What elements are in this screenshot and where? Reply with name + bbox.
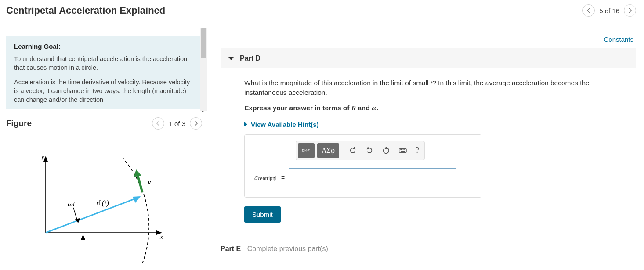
reset-icon	[382, 147, 390, 155]
part-e-message: Complete previous part(s)	[247, 245, 328, 252]
submit-button[interactable]: Submit	[244, 206, 281, 223]
svg-rect-21	[401, 149, 402, 150]
chevron-left-icon	[156, 121, 161, 126]
learning-goal-p2: Acceleration is the time derivative of v…	[14, 78, 194, 104]
undo-button[interactable]	[345, 143, 360, 158]
left-column: ▴ ▾ Learning Goal: To understand that ce…	[0, 23, 207, 269]
question-prefix: What is the magnitude of this accelerati…	[244, 79, 431, 86]
next-page-button[interactable]	[624, 4, 636, 17]
template-button[interactable]: x □ √	[298, 143, 315, 158]
answer-input[interactable]	[289, 168, 456, 187]
instr-end: .	[377, 104, 379, 112]
equals-sign: =	[281, 174, 285, 181]
keyboard-button[interactable]	[395, 143, 410, 158]
svg-rect-25	[405, 149, 406, 150]
instr-prefix: Express your answer in terms of	[244, 104, 351, 112]
svg-text:√: √	[307, 149, 308, 152]
axis-y-label: y	[40, 154, 44, 160]
r-vector-label: r⃗(t)	[96, 199, 109, 207]
part-d-header[interactable]: Part D	[221, 48, 636, 68]
page-title: Centripetal Acceleration Explained	[6, 5, 165, 16]
question-text: What is the magnitude of this accelerati…	[244, 78, 616, 98]
svg-marker-7	[134, 169, 141, 177]
diagram-svg: y x r⃗(t) v ωt	[28, 154, 164, 263]
axis-x-label: x	[159, 233, 163, 240]
learning-goal-p1: To understand that centripetal accelerat…	[14, 54, 194, 72]
answer-line: acentripηl =	[252, 168, 474, 187]
template-icon: x □ √	[302, 147, 310, 155]
constants-link-row: Constants	[221, 23, 636, 47]
svg-rect-24	[404, 149, 405, 150]
constants-link[interactable]: Constants	[604, 36, 633, 43]
scroll-thumb[interactable]	[201, 28, 206, 58]
page-header: Centripetal Acceleration Explained 5 of …	[0, 0, 644, 23]
right-column: Constants Part D What is the magnitude o…	[207, 23, 644, 269]
svg-rect-23	[403, 149, 404, 150]
learning-goal-box: Learning Goal: To understand that centri…	[6, 36, 202, 109]
greek-button[interactable]: ΑΣφ	[317, 143, 339, 158]
svg-text:□: □	[305, 149, 306, 151]
figure-header: Figure 1 of 3	[6, 117, 202, 136]
svg-rect-15	[308, 150, 310, 151]
figure-diagram: y x r⃗(t) v ωt	[6, 136, 202, 265]
part-e-row: Part E Complete previous part(s)	[221, 238, 636, 253]
instr-var-r: R	[351, 104, 356, 112]
figure-next-button[interactable]	[190, 117, 202, 130]
keyboard-icon	[399, 147, 407, 155]
goal-scrollbar[interactable]: ▴ ▾	[200, 28, 207, 111]
chevron-left-icon	[586, 8, 591, 13]
lhs-a: a	[254, 174, 258, 181]
reset-button[interactable]	[379, 143, 394, 158]
svg-rect-11	[302, 149, 304, 151]
part-d-body: What is the magnitude of this accelerati…	[221, 68, 616, 223]
redo-icon	[365, 147, 373, 155]
learning-goal-heading: Learning Goal:	[14, 43, 194, 50]
omega-t-label: ωt	[68, 200, 76, 208]
redo-button[interactable]	[362, 143, 377, 158]
svg-marker-10	[81, 234, 85, 240]
part-d-label: Part D	[240, 54, 260, 62]
instr-var-omega: ω	[372, 104, 376, 112]
chevron-right-icon	[627, 8, 633, 13]
chevron-right-icon	[193, 121, 199, 126]
top-pager: 5 of 16	[582, 4, 636, 17]
caret-right-icon	[244, 122, 247, 126]
instr-mid: and	[356, 104, 372, 112]
figure-pager: 1 of 3	[152, 117, 202, 130]
figure-prev-button[interactable]	[152, 117, 164, 130]
svg-rect-26	[401, 151, 405, 152]
svg-line-4	[46, 198, 138, 233]
hints-label: View Available Hint(s)	[251, 121, 319, 128]
answer-panel: x □ √ ΑΣφ	[244, 134, 481, 198]
scroll-down-icon: ▾	[202, 109, 204, 114]
part-e-label: Part E	[221, 245, 241, 252]
svg-rect-19	[399, 148, 407, 152]
instruction-text: Express your answer in terms of R and ω.	[244, 104, 616, 112]
undo-icon	[349, 147, 357, 155]
svg-rect-22	[402, 149, 403, 150]
view-hints-button[interactable]: View Available Hint(s)	[244, 121, 616, 128]
prev-page-button[interactable]	[582, 4, 595, 17]
collapse-icon	[228, 57, 234, 60]
help-button[interactable]: ?	[412, 143, 423, 158]
v-vector-label: v	[148, 179, 151, 186]
lhs-sub: centripηl	[258, 175, 277, 181]
answer-lhs: acentripηl	[252, 174, 277, 182]
figure-pager-text: 1 of 3	[169, 120, 185, 127]
figure-title: Figure	[6, 119, 32, 128]
svg-rect-20	[400, 149, 401, 150]
pager-text: 5 of 16	[599, 7, 619, 14]
equation-toolbar: x □ √ ΑΣφ	[296, 141, 425, 160]
